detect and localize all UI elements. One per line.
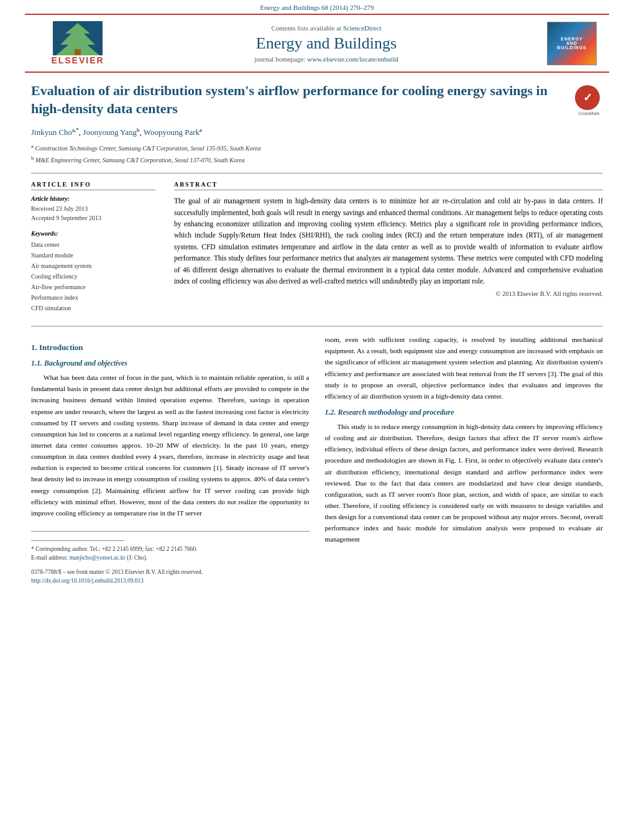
corresponding-author-note: * Corresponding author. Tel.: +82 2 2145…: [31, 545, 310, 553]
abstract-column: ABSTRACT The goal of air management syst…: [174, 181, 603, 313]
elsevier-logo: ELSEVIER: [37, 21, 118, 65]
keywords-label: Keywords:: [31, 230, 155, 237]
journal-cover-image: ENERGY AND BUILDINGS: [547, 22, 597, 65]
author-3-sup: a: [200, 127, 202, 133]
keyword-5: Air-flow performance: [31, 282, 155, 292]
intro-paragraph-1: What has been data center of focus in th…: [31, 372, 310, 519]
doi-note: http://dx.doi.org/10.1016/j.enbuild.2013…: [31, 576, 310, 585]
issn-note: 0378-7788/$ – see front matter © 2013 El…: [31, 568, 310, 576]
keyword-6: Performance index: [31, 292, 155, 303]
svg-rect-2: [75, 49, 81, 55]
article-info-header: ARTICLE INFO: [31, 181, 155, 190]
journal-homepage: journal homepage: www.elsevier.com/locat…: [118, 55, 535, 63]
journal-cover-section: ENERGY AND BUILDINGS: [535, 22, 597, 65]
footnote-divider: [31, 540, 124, 541]
article-info-abstract-section: ARTICLE INFO Article history: Received 2…: [31, 181, 603, 313]
author-2: Joonyoung Yang: [83, 128, 137, 137]
copyright-line: © 2013 Elsevier B.V. All rights reserved…: [174, 290, 603, 297]
affiliations: a Construction Technology Center, Samsun…: [31, 142, 603, 166]
keyword-3: Air management system: [31, 261, 155, 271]
doi-link[interactable]: http://dx.doi.org/10.1016/j.enbuild.2013…: [31, 578, 144, 584]
article-title-section: Evaluation of air distribution system's …: [31, 82, 603, 118]
intro-paragraph-continued: room, even with sufficient cooling capac…: [325, 334, 604, 402]
main-content: Evaluation of air distribution system's …: [0, 73, 634, 598]
elsevier-wordmark: ELSEVIER: [51, 55, 104, 65]
footnote-area: * Corresponding author. Tel.: +82 2 2145…: [31, 531, 310, 585]
authors-line: Jinkyun Choa,*, Joonyoung Yangb, Woopyou…: [31, 127, 603, 137]
section-1-header: 1. Introduction: [31, 343, 310, 353]
sciencedirect-link[interactable]: ScienceDirect: [343, 24, 382, 32]
subsection-1-1-header: 1.1. Background and objectives: [31, 359, 310, 368]
journal-header-center: Contents lists available at ScienceDirec…: [118, 24, 535, 63]
author-3: Woopyoung Park: [144, 128, 200, 137]
email-link[interactable]: manjicho@yonsei.ac.kr: [70, 555, 126, 561]
keyword-4: Cooling efficiency: [31, 271, 155, 282]
homepage-link[interactable]: www.elsevier.com/locate/enbuild: [307, 55, 398, 63]
history-label: Article history:: [31, 195, 155, 202]
journal-reference: Energy and Buildings 68 (2014) 270–279: [0, 0, 634, 14]
email-note: E-mail address: manjicho@yonsei.ac.kr (J…: [31, 553, 310, 562]
keyword-7: CFD simulation: [31, 303, 155, 313]
author-1: Jinkyun Cho: [31, 128, 72, 137]
keyword-1: Data center: [31, 239, 155, 250]
body-content: 1. Introduction 1.1. Background and obje…: [31, 334, 603, 585]
article-title: Evaluation of air distribution system's …: [31, 82, 566, 118]
header-divider: [31, 173, 603, 173]
accepted-date: Accepted 9 September 2013: [31, 213, 155, 223]
crossmark-label: CrossMark: [575, 111, 603, 116]
body-divider: [31, 326, 603, 326]
body-right-column: room, even with sufficient cooling capac…: [325, 334, 604, 585]
abstract-header: ABSTRACT: [174, 181, 603, 190]
affiliation-b: b M&E Engineering Center, Samsung C&T Co…: [31, 154, 603, 165]
abstract-text: The goal of air management system in hig…: [174, 195, 603, 287]
article-history: Article history: Received 23 July 2013 A…: [31, 195, 155, 223]
subsection-1-2-header: 1.2. Research methodology and procedure: [325, 408, 604, 417]
journal-title: Energy and Buildings: [118, 34, 535, 53]
affiliation-a: a Construction Technology Center, Samsun…: [31, 142, 603, 154]
body-left-column: 1. Introduction 1.1. Background and obje…: [31, 334, 310, 585]
author-1-sup: a,*: [72, 127, 79, 133]
keywords-section: Keywords: Data center Standard module Ai…: [31, 230, 155, 313]
crossmark-section: ✓ CrossMark: [575, 85, 603, 113]
elsevier-tree-icon: [53, 21, 103, 55]
keyword-2: Standard module: [31, 250, 155, 261]
received-date: Received 23 July 2013: [31, 204, 155, 213]
journal-header: ELSEVIER Contents lists available at Sci…: [25, 14, 609, 73]
article-info-column: ARTICLE INFO Article history: Received 2…: [31, 181, 155, 313]
author-2-sup: b: [137, 127, 140, 133]
crossmark-icon: ✓: [575, 85, 600, 110]
sciencedirect-line: Contents lists available at ScienceDirec…: [118, 24, 535, 32]
methodology-paragraph: This study is to reduce energy consumpti…: [325, 421, 604, 545]
elsevier-logo-section: ELSEVIER: [37, 21, 118, 65]
